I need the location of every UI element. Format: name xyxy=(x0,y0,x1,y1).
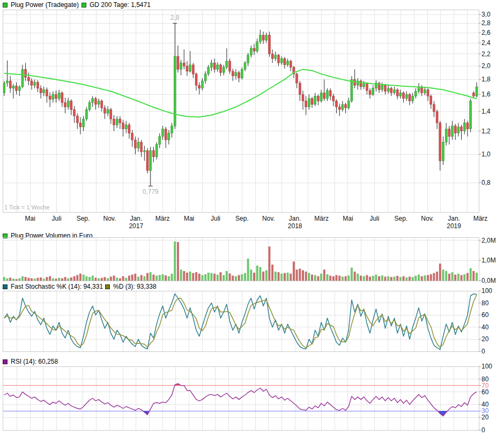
svg-text:2,0M: 2,0M xyxy=(481,237,496,244)
svg-text:Nov.: Nov. xyxy=(103,215,116,222)
svg-text:2,8: 2,8 xyxy=(481,19,491,27)
svg-text:80: 80 xyxy=(481,299,489,307)
svg-text:1 Tick = 1 Woche: 1 Tick = 1 Woche xyxy=(4,204,49,211)
svg-text:Sep.: Sep. xyxy=(235,215,249,222)
svg-text:1,0: 1,0 xyxy=(481,151,491,158)
svg-text:März: März xyxy=(473,215,488,222)
svg-text:0,0M: 0,0M xyxy=(481,277,496,284)
svg-text:März: März xyxy=(314,215,329,222)
chart-canvas: 3,02,82,62,42,22,01,81,61,41,21,00,82,0M… xyxy=(0,0,504,436)
svg-text:Nov.: Nov. xyxy=(262,215,275,222)
svg-text:Jan.: Jan. xyxy=(289,215,301,222)
svg-text:Mai: Mai xyxy=(184,215,194,222)
svg-text:0,8: 0,8 xyxy=(481,179,491,186)
svg-text:Juli: Juli xyxy=(211,215,220,222)
svg-text:Juli: Juli xyxy=(369,215,379,222)
annotations: 1 Tick = 1 Woche2,80,779 xyxy=(4,14,180,211)
svg-text:3,0: 3,0 xyxy=(481,11,491,18)
svg-text:0,779: 0,779 xyxy=(143,188,159,196)
svg-text:60: 60 xyxy=(481,311,489,319)
svg-text:20: 20 xyxy=(481,335,489,343)
svg-text:1,8: 1,8 xyxy=(481,76,491,83)
svg-text:0: 0 xyxy=(481,426,485,434)
svg-text:Mai: Mai xyxy=(25,215,35,222)
svg-text:2,0: 2,0 xyxy=(481,62,491,70)
svg-text:2,2: 2,2 xyxy=(481,50,491,58)
svg-text:20: 20 xyxy=(481,414,489,421)
svg-text:Sep.: Sep. xyxy=(394,215,407,222)
svg-text:2018: 2018 xyxy=(288,222,302,230)
svg-text:Jan.: Jan. xyxy=(130,215,142,222)
svg-text:Juli: Juli xyxy=(52,215,62,222)
svg-text:2017: 2017 xyxy=(129,222,143,230)
svg-text:Nov.: Nov. xyxy=(421,215,434,222)
svg-text:2,8: 2,8 xyxy=(171,14,180,21)
axis-labels: 3,02,82,62,42,22,01,81,61,41,21,00,82,0M… xyxy=(25,11,495,434)
svg-text:2,6: 2,6 xyxy=(481,29,491,36)
svg-text:40: 40 xyxy=(481,324,489,331)
chart-page: Plug Power (Tradegate) GD 200 Tage: 1,54… xyxy=(0,0,504,436)
svg-text:1,0M: 1,0M xyxy=(481,257,496,264)
svg-text:2019: 2019 xyxy=(447,222,461,230)
svg-text:100: 100 xyxy=(481,287,492,295)
svg-text:0: 0 xyxy=(481,348,485,355)
svg-text:100: 100 xyxy=(481,363,492,370)
svg-text:Sep.: Sep. xyxy=(77,215,90,222)
svg-text:60: 60 xyxy=(481,388,489,396)
svg-text:2,4: 2,4 xyxy=(481,39,491,47)
svg-text:Jan.: Jan. xyxy=(448,215,460,222)
svg-text:Mai: Mai xyxy=(343,215,353,222)
svg-text:1,6: 1,6 xyxy=(481,91,491,98)
svg-text:März: März xyxy=(155,215,170,222)
svg-text:1,4: 1,4 xyxy=(481,108,491,115)
svg-text:1,2: 1,2 xyxy=(481,127,491,135)
